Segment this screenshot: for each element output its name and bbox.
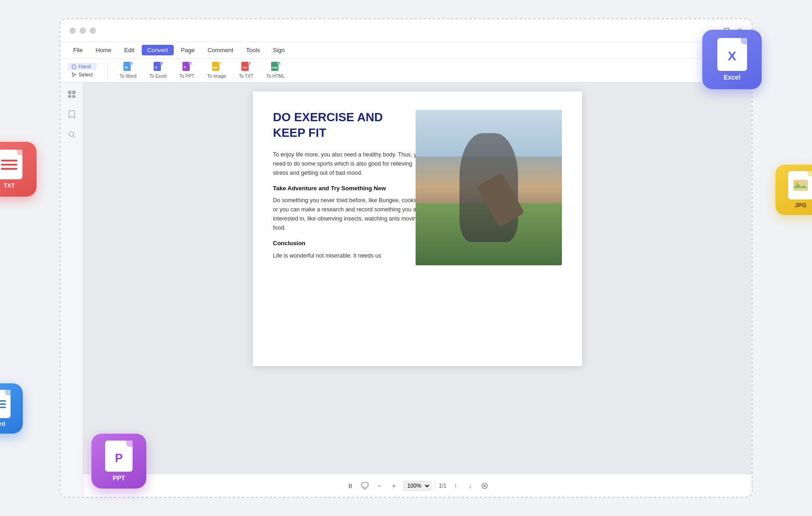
sidebar-thumbnail-icon[interactable]	[65, 88, 78, 101]
jpg-file-doc	[788, 171, 812, 199]
to-image-icon: IMG	[211, 62, 222, 73]
svg-rect-16	[278, 62, 280, 64]
svg-rect-25	[793, 180, 808, 191]
toolbar: Hand Select W To Word	[60, 59, 752, 82]
svg-text:X: X	[155, 66, 157, 69]
svg-rect-19	[72, 91, 75, 94]
to-word-button[interactable]: W To Word	[115, 60, 141, 81]
app-window: ✕ File Home Edit Convert Page Comment To…	[59, 18, 753, 498]
excel-float-icon[interactable]: X Excel	[702, 30, 762, 89]
menu-file[interactable]: File	[68, 45, 88, 55]
jpg-float-icon[interactable]: JPG	[775, 165, 812, 215]
to-txt-button[interactable]: TXT To TXT	[234, 60, 258, 81]
txt-line-1	[1, 160, 17, 161]
excel-file-doc: X	[717, 38, 747, 71]
menu-bar: File Home Edit Convert Page Comment Tool…	[60, 42, 752, 59]
svg-text:HTML: HTML	[272, 66, 278, 69]
doc-section2-title: Conclusion	[273, 239, 428, 248]
svg-point-22	[69, 132, 74, 136]
svg-rect-23	[362, 483, 368, 487]
document-title: DO EXERCISE AND KEEP FIT	[273, 110, 428, 141]
to-excel-icon: X	[153, 62, 164, 73]
menu-comment[interactable]: Comment	[202, 45, 239, 55]
svg-rect-10	[219, 62, 221, 64]
menu-home[interactable]: Home	[90, 45, 117, 55]
svg-text:W: W	[125, 66, 128, 69]
window-chrome: ✕	[60, 19, 752, 42]
document-image	[416, 110, 562, 265]
menu-edit[interactable]: Edit	[119, 45, 140, 55]
to-ppt-button[interactable]: P To PPT	[175, 60, 199, 81]
svg-text:TXT: TXT	[242, 66, 248, 69]
word-file-doc	[0, 390, 11, 418]
select-icon	[71, 72, 77, 77]
traffic-light-yellow[interactable]	[80, 27, 86, 34]
main-content-area: DO EXERCISE AND KEEP FIT To enjoy life m…	[83, 82, 752, 474]
svg-rect-1	[130, 62, 133, 64]
close-view-button[interactable]	[479, 480, 490, 491]
word-line-2	[0, 403, 6, 405]
menu-convert[interactable]: Convert	[142, 45, 174, 55]
svg-text:P: P	[184, 66, 186, 69]
sidebar	[60, 82, 83, 497]
menu-sign[interactable]: Sign	[267, 45, 290, 55]
exercise-photo	[416, 110, 562, 265]
ppt-float-icon[interactable]: P PPT	[91, 434, 146, 489]
traffic-lights	[69, 27, 96, 34]
sidebar-search-icon[interactable]	[65, 128, 78, 141]
hand-select-group: Hand Select	[68, 63, 96, 78]
to-txt-icon: TXT	[240, 62, 251, 73]
traffic-light-red[interactable]	[69, 27, 76, 34]
to-excel-button[interactable]: X To Excel	[145, 60, 171, 81]
txt-line-2	[1, 164, 17, 166]
svg-rect-4	[160, 62, 163, 64]
hand-icon	[71, 64, 77, 69]
txt-line-3	[1, 168, 17, 170]
txt-float-icon[interactable]: TXT	[0, 142, 37, 197]
doc-section1-title: Take Adventure and Try Something New	[273, 184, 428, 194]
svg-rect-18	[68, 91, 71, 94]
zoom-out-button[interactable]: −	[374, 480, 385, 491]
doc-section2-body: Life is wonderful not miserable. It need…	[273, 251, 428, 260]
page-display: 1/1	[439, 483, 447, 489]
traffic-light-green[interactable]	[90, 27, 96, 34]
to-html-icon: HTML	[270, 62, 281, 73]
menu-page[interactable]: Page	[176, 45, 200, 55]
to-html-button[interactable]: HTML To HTML	[262, 60, 289, 81]
jpg-image-icon	[792, 179, 809, 192]
svg-rect-7	[189, 62, 192, 64]
hand-tool-button[interactable]: Hand	[68, 63, 96, 70]
word-line-1	[0, 400, 6, 402]
word-line-3	[0, 407, 6, 408]
bottom-toolbar: ⏸ − + 100% 75% 50% 150% 1/1 ↑ ↓	[83, 474, 752, 497]
prev-page-button[interactable]: ↑	[450, 480, 461, 491]
to-ppt-icon: P	[182, 62, 192, 73]
svg-rect-21	[72, 95, 75, 98]
to-image-button[interactable]: IMG To Image	[203, 60, 230, 81]
sidebar-bookmark-icon[interactable]	[65, 108, 78, 121]
pause-button[interactable]: ⏸	[345, 480, 356, 491]
doc-paragraph-1: To enjoy life more, you also need a heal…	[273, 150, 428, 177]
svg-rect-13	[248, 62, 251, 64]
svg-text:IMG: IMG	[213, 66, 218, 69]
comment-button[interactable]	[359, 480, 370, 491]
menu-tools[interactable]: Tools	[240, 45, 265, 55]
svg-rect-20	[68, 95, 71, 98]
next-page-button[interactable]: ↓	[465, 480, 475, 491]
to-word-icon: W	[123, 62, 134, 73]
ppt-file-doc: P	[105, 441, 133, 472]
pdf-document-page: DO EXERCISE AND KEEP FIT To enjoy life m…	[253, 91, 582, 366]
select-tool-button[interactable]: Select	[68, 71, 96, 78]
word-float-icon[interactable]: Word	[0, 383, 23, 434]
zoom-in-button[interactable]: +	[389, 480, 400, 491]
document-body: To enjoy life more, you also need a heal…	[273, 150, 428, 261]
zoom-select[interactable]: 100% 75% 50% 150%	[403, 481, 431, 491]
doc-section1-body: Do something you never tried before, lik…	[273, 196, 428, 232]
txt-file-doc	[0, 150, 22, 179]
